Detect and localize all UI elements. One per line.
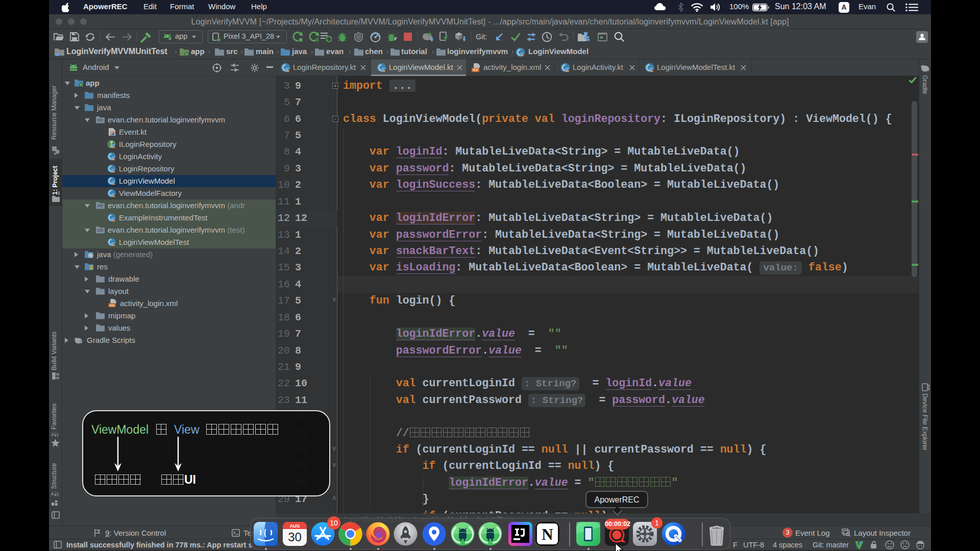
svg-text:30: 30 — [288, 530, 302, 544]
svg-text:<>: <> — [473, 68, 478, 72]
svg-text:<>: <> — [110, 303, 115, 308]
svg-text:N: N — [542, 525, 553, 543]
svg-text:AUG: AUG — [290, 523, 300, 529]
svg-text:A: A — [315, 37, 320, 43]
